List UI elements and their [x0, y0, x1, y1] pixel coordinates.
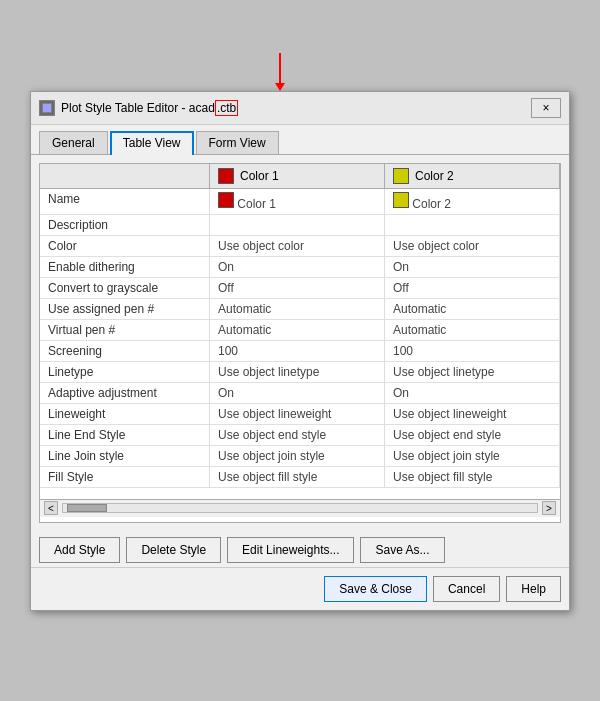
- data-table: Color 1 Color 2 Name Color 1 Color 2Desc…: [39, 163, 561, 523]
- tab-general[interactable]: General: [39, 131, 108, 154]
- cell-col2: Use object lineweight: [385, 404, 560, 424]
- table-row[interactable]: LinetypeUse object linetypeUse object li…: [40, 362, 560, 383]
- cell-col1: Use object fill style: [210, 467, 385, 487]
- color2-swatch: [393, 168, 409, 184]
- footer-buttons: Save & Close Cancel Help: [31, 567, 569, 610]
- cell-col1: Use object join style: [210, 446, 385, 466]
- cell-name: Screening: [40, 341, 210, 361]
- title-highlight: .ctb: [215, 100, 238, 116]
- scroll-track[interactable]: [62, 503, 538, 513]
- cell-name: Virtual pen #: [40, 320, 210, 340]
- col-color1-header: Color 1: [210, 164, 385, 188]
- table-row[interactable]: Line End StyleUse object end styleUse ob…: [40, 425, 560, 446]
- cell-name: Convert to grayscale: [40, 278, 210, 298]
- color1-swatch: [218, 168, 234, 184]
- cancel-button[interactable]: Cancel: [433, 576, 500, 602]
- cell-col1: Use object lineweight: [210, 404, 385, 424]
- cell-col2: Use object color: [385, 236, 560, 256]
- save-as-button[interactable]: Save As...: [360, 537, 444, 563]
- table-row[interactable]: Convert to grayscaleOffOff: [40, 278, 560, 299]
- table-row[interactable]: Virtual pen #AutomaticAutomatic: [40, 320, 560, 341]
- cell-name: Linetype: [40, 362, 210, 382]
- tab-form-view[interactable]: Form View: [196, 131, 279, 154]
- col-color1-label: Color 1: [240, 169, 279, 183]
- cell-col1: [210, 215, 385, 235]
- col-color2-label: Color 2: [415, 169, 454, 183]
- table-header: Color 1 Color 2: [40, 164, 560, 189]
- close-button[interactable]: ×: [531, 98, 561, 118]
- cell-name: Name: [40, 189, 210, 214]
- table-row[interactable]: Screening100100: [40, 341, 560, 362]
- cell-name: Fill Style: [40, 467, 210, 487]
- cell-col2: Off: [385, 278, 560, 298]
- app-icon: [39, 100, 55, 116]
- cell-col2: Use object join style: [385, 446, 560, 466]
- table-row[interactable]: Name Color 1 Color 2: [40, 189, 560, 215]
- cell-name: Adaptive adjustment: [40, 383, 210, 403]
- cell-col2: Use object fill style: [385, 467, 560, 487]
- scroll-thumb[interactable]: [67, 504, 107, 512]
- cell-col2: On: [385, 257, 560, 277]
- cell-col2: Use object linetype: [385, 362, 560, 382]
- cell-col2: 100: [385, 341, 560, 361]
- table-row[interactable]: Use assigned pen #AutomaticAutomatic: [40, 299, 560, 320]
- table-row[interactable]: Line Join styleUse object join styleUse …: [40, 446, 560, 467]
- bottom-buttons: Add Style Delete Style Edit Lineweights.…: [31, 531, 569, 567]
- scroll-left-arrow[interactable]: <: [44, 501, 58, 515]
- cell-col2: On: [385, 383, 560, 403]
- cell-col1: Use object linetype: [210, 362, 385, 382]
- content-area: Color 1 Color 2 Name Color 1 Color 2Desc…: [31, 155, 569, 531]
- save-close-button[interactable]: Save & Close: [324, 576, 427, 602]
- svg-rect-1: [43, 104, 51, 112]
- cell-name: Enable dithering: [40, 257, 210, 277]
- scroll-right-arrow[interactable]: >: [542, 501, 556, 515]
- tab-table-view[interactable]: Table View: [110, 131, 194, 155]
- table-row[interactable]: Adaptive adjustmentOnOn: [40, 383, 560, 404]
- cell-col1: Automatic: [210, 299, 385, 319]
- cell-col1: 100: [210, 341, 385, 361]
- table-row[interactable]: ColorUse object colorUse object color: [40, 236, 560, 257]
- col-name-header: [40, 164, 210, 188]
- cell-col1: On: [210, 257, 385, 277]
- cell-col2: [385, 215, 560, 235]
- cell-col1: Automatic: [210, 320, 385, 340]
- cell-col1: On: [210, 383, 385, 403]
- add-style-button[interactable]: Add Style: [39, 537, 120, 563]
- tabs-row: General Table View Form View: [31, 125, 569, 155]
- table-body: Name Color 1 Color 2DescriptionColorUse …: [40, 189, 560, 499]
- cell-name: Description: [40, 215, 210, 235]
- table-row[interactable]: Fill StyleUse object fill styleUse objec…: [40, 467, 560, 488]
- help-button[interactable]: Help: [506, 576, 561, 602]
- cell-name: Line End Style: [40, 425, 210, 445]
- cell-col1: Use object end style: [210, 425, 385, 445]
- dialog-window: Plot Style Table Editor - acad.ctb × Gen…: [30, 91, 570, 611]
- cell-col2: Use object end style: [385, 425, 560, 445]
- row-color2-swatch: [393, 192, 409, 208]
- title-bar: Plot Style Table Editor - acad.ctb ×: [31, 92, 569, 125]
- cell-name: Line Join style: [40, 446, 210, 466]
- table-row[interactable]: Description: [40, 215, 560, 236]
- table-row[interactable]: Enable ditheringOnOn: [40, 257, 560, 278]
- cell-name: Use assigned pen #: [40, 299, 210, 319]
- col-color2-header: Color 2: [385, 164, 560, 188]
- cell-name: Lineweight: [40, 404, 210, 424]
- delete-style-button[interactable]: Delete Style: [126, 537, 221, 563]
- cell-col2: Automatic: [385, 320, 560, 340]
- cell-col1: Color 1: [210, 189, 385, 214]
- edit-lineweights-button[interactable]: Edit Lineweights...: [227, 537, 354, 563]
- cell-col1: Use object color: [210, 236, 385, 256]
- table-row[interactable]: LineweightUse object lineweightUse objec…: [40, 404, 560, 425]
- cell-col2: Automatic: [385, 299, 560, 319]
- title-text: Plot Style Table Editor - acad.ctb: [61, 101, 238, 115]
- cell-col1: Off: [210, 278, 385, 298]
- cell-name: Color: [40, 236, 210, 256]
- h-scrollbar[interactable]: < >: [40, 499, 560, 517]
- cell-col2: Color 2: [385, 189, 560, 214]
- row-color1-swatch: [218, 192, 234, 208]
